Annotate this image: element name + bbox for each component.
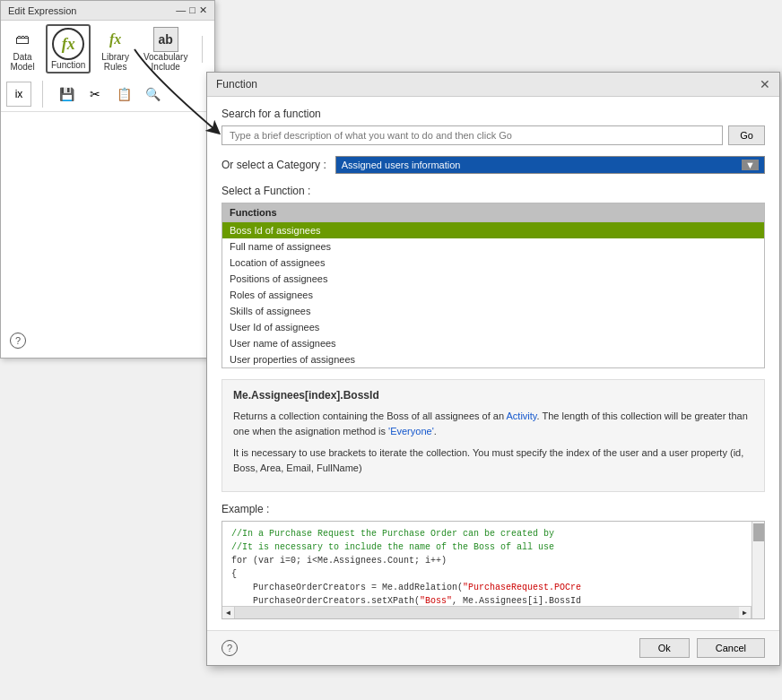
help-icon: ?: [227, 643, 232, 653]
category-dropdown-arrow: ▼: [742, 160, 759, 170]
toolbar-data-model[interactable]: 🗃 Data Model: [6, 25, 39, 73]
vocabulary-icon: ab: [153, 27, 178, 52]
close-icon[interactable]: ✕: [199, 4, 207, 16]
functions-header: Functions: [222, 203, 764, 222]
desc-function-name: Me.Assignees[index].BossId: [233, 389, 753, 402]
dialog-body: Search for a function Go Or select a Cat…: [207, 97, 779, 630]
desc-paragraph-1: Returns a collection containing the Boss…: [233, 409, 753, 438]
example-label: Example :: [222, 503, 765, 515]
code-line-5: PurchaseOrderCreators = Me.addRelation("…: [231, 581, 748, 594]
dialog-footer: ? Ok Cancel: [207, 630, 779, 665]
code-line-1: //In a Purchase Request the Purchase Ord…: [231, 527, 748, 540]
code-box: //In a Purchase Request the Purchase Ord…: [222, 521, 765, 619]
edit-expression-toolbar: 🗃 Data Model fx Function fx LibraryRules…: [1, 21, 214, 112]
code-scroll-area: //In a Purchase Request the Purchase Ord…: [222, 522, 764, 618]
category-row: Or select a Category : Assigned users in…: [222, 156, 765, 174]
highlight-everyone: 'Everyone': [388, 426, 434, 436]
highlight-activity: Activity: [507, 410, 537, 421]
select-function-label: Select a Function :: [222, 185, 765, 197]
icon-copy[interactable]: 📋: [111, 82, 136, 107]
code-scrollbar-vertical[interactable]: [752, 522, 764, 618]
dialog-close-button[interactable]: ✕: [760, 78, 770, 91]
icon-cut[interactable]: ✂: [83, 82, 108, 107]
toolbar-separator-2: [42, 81, 43, 108]
toolbar-library-rules[interactable]: fx LibraryRules: [98, 25, 133, 73]
function-item-skills[interactable]: Skills of assignees: [222, 303, 764, 319]
toolbar-separator-1: [202, 36, 203, 63]
data-model-label: Data Model: [10, 52, 34, 72]
code-line-2: //It is necessary to include the name of…: [231, 540, 748, 554]
function-item-boss-id[interactable]: Boss Id of assignees: [222, 222, 764, 238]
search-label: Search for a function: [222, 108, 765, 120]
function-item-user-props[interactable]: User properties of assignees: [222, 351, 764, 367]
search-row: Go: [222, 125, 765, 145]
description-section: Me.Assignees[index].BossId Returns a col…: [222, 379, 765, 492]
hscroll-track: [235, 607, 739, 619]
library-label: LibraryRules: [101, 52, 129, 72]
icon-search[interactable]: 🔍: [140, 82, 165, 107]
icon-save[interactable]: 💾: [54, 82, 79, 107]
edit-expression-titlebar: Edit Expression — □ ✕: [1, 1, 214, 21]
toolbar-function[interactable]: fx Function: [46, 24, 91, 73]
help-button[interactable]: ?: [222, 640, 238, 656]
category-dropdown[interactable]: Assigned users information ▼: [335, 156, 765, 174]
scrollbar-thumb: [753, 523, 764, 541]
library-icon: fx: [103, 27, 128, 52]
cancel-button[interactable]: Cancel: [697, 638, 765, 658]
toolbar-vocabulary[interactable]: ab VocabularyInclude: [140, 25, 191, 73]
ok-button[interactable]: Ok: [639, 638, 690, 658]
code-line-4: {: [231, 567, 748, 581]
function-icon: fx: [52, 28, 84, 60]
function-item-roles[interactable]: Roles of assignees: [222, 287, 764, 303]
example-section: Example : //In a Purchase Request the Pu…: [222, 503, 765, 619]
main-window: Edit Expression — □ ✕ 🗃 Data Model fx Fu…: [0, 0, 782, 700]
icon-expr[interactable]: ix: [6, 82, 31, 107]
function-label: Function: [51, 60, 85, 70]
function-item-positions[interactable]: Positions of assignees: [222, 271, 764, 287]
edit-expression-title: Edit Expression: [8, 5, 76, 16]
code-line-3: for (var i=0; i<Me.Assignees.Count; i++): [231, 554, 748, 567]
help-icon-bg[interactable]: ?: [10, 333, 26, 349]
function-item-user-id[interactable]: User Id of assignees: [222, 319, 764, 335]
hscroll-left-btn[interactable]: ◀: [222, 607, 235, 619]
vocabulary-label: VocabularyInclude: [143, 52, 187, 72]
function-dialog: Function ✕ Search for a function Go Or s…: [206, 72, 780, 666]
desc-paragraph-2: It is necessary to use brackets to itera…: [233, 445, 753, 475]
category-selected-value: Assigned users information: [342, 160, 461, 170]
maximize-icon[interactable]: □: [189, 4, 196, 16]
dialog-title: Function: [216, 78, 257, 91]
category-label: Or select a Category :: [222, 159, 326, 171]
function-item-location[interactable]: Location of assignees: [222, 255, 764, 271]
function-item-user-name[interactable]: User name of assignees: [222, 335, 764, 351]
go-button[interactable]: Go: [728, 125, 765, 145]
search-input[interactable]: [222, 125, 723, 145]
footer-buttons: Ok Cancel: [639, 638, 765, 658]
edit-expression-window: Edit Expression — □ ✕ 🗃 Data Model fx Fu…: [0, 0, 215, 359]
functions-table: Functions Boss Id of assignees Full name…: [222, 203, 765, 368]
dialog-titlebar: Function ✕: [207, 73, 779, 97]
data-model-icon: 🗃: [10, 27, 35, 52]
hscroll-right-btn[interactable]: ▶: [739, 607, 752, 619]
code-scrollbar-horizontal: ◀ ▶: [222, 606, 752, 618]
function-item-full-name[interactable]: Full name of assignees: [222, 238, 764, 255]
minimize-icon[interactable]: —: [176, 4, 186, 16]
